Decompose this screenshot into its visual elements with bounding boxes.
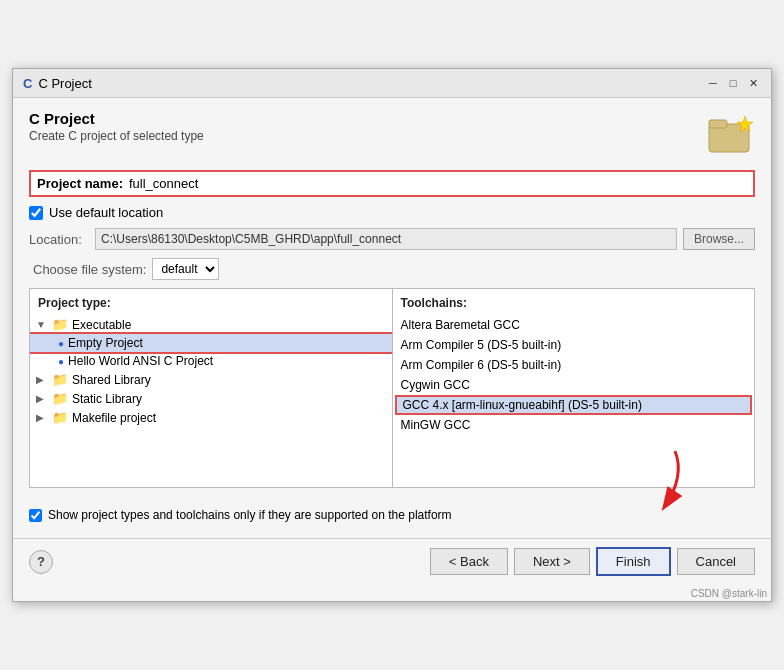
dialog-title: C Project <box>38 76 91 91</box>
filesystem-label: Choose file system: <box>33 262 146 277</box>
empty-project-label: Empty Project <box>68 336 143 350</box>
expand-makefile-icon: ▶ <box>36 412 48 423</box>
toolchain-item-cygwin[interactable]: Cygwin GCC <box>393 375 755 395</box>
use-default-location-checkbox[interactable] <box>29 206 43 220</box>
tree-item-shared-library[interactable]: ▶ 📁 Shared Library <box>30 370 392 389</box>
toolchain-item-altera[interactable]: Altera Baremetal GCC <box>393 315 755 335</box>
location-label: Location: <box>29 232 89 247</box>
folder-makefile-icon: 📁 <box>52 410 68 425</box>
toolchain-item-arm6[interactable]: Arm Compiler 6 (DS-5 built-in) <box>393 355 755 375</box>
help-button[interactable]: ? <box>29 550 53 574</box>
dialog-header: C Project Create C project of selected t… <box>29 110 755 158</box>
toolchain-arm6-label: Arm Compiler 6 (DS-5 built-in) <box>401 358 562 372</box>
makefile-project-label: Makefile project <box>72 411 156 425</box>
title-bar: C C Project ─ □ ✕ <box>13 69 771 98</box>
bullet-hello-world-icon: ● <box>58 356 64 367</box>
next-button[interactable]: Next > <box>514 548 590 575</box>
project-type-header: Project type: <box>30 293 392 315</box>
location-input[interactable] <box>95 228 677 250</box>
filesystem-row: Choose file system: default <box>29 258 755 280</box>
toolchain-gcc4-label: GCC 4.x [arm-linux-gnueabihf] (DS-5 buil… <box>403 398 642 412</box>
project-toolchain-panel: Project type: ▼ 📁 Executable ● Empty Pro… <box>29 288 755 488</box>
browse-button[interactable]: Browse... <box>683 228 755 250</box>
dialog-icon: C <box>23 76 32 91</box>
dialog-subtitle: Create C project of selected type <box>29 129 204 143</box>
c-project-dialog: C C Project ─ □ ✕ C Project Create C pro… <box>12 68 772 602</box>
title-bar-controls: ─ □ ✕ <box>705 75 761 91</box>
use-default-location-label: Use default location <box>49 205 163 220</box>
dialog-title-text: C Project <box>29 110 204 127</box>
project-type-panel: Project type: ▼ 📁 Executable ● Empty Pro… <box>30 289 393 487</box>
watermark: CSDN @stark-lin <box>13 586 771 601</box>
toolchains-header: Toolchains: <box>393 293 755 315</box>
expand-static-library-icon: ▶ <box>36 393 48 404</box>
folder-executable-icon: 📁 <box>52 317 68 332</box>
project-name-label: Project name: <box>37 176 123 191</box>
title-bar-left: C C Project <box>23 76 92 91</box>
folder-shared-library-icon: 📁 <box>52 372 68 387</box>
bottom-checkbox-row: Show project types and toolchains only i… <box>29 504 755 526</box>
tree-item-hello-world[interactable]: ● Hello World ANSI C Project <box>30 352 392 370</box>
shared-library-label: Shared Library <box>72 373 151 387</box>
toolchain-item-mingw[interactable]: MinGW GCC <box>393 415 755 435</box>
tree-item-makefile-project[interactable]: ▶ 📁 Makefile project <box>30 408 392 427</box>
bullet-empty-project-icon: ● <box>58 338 64 349</box>
button-bar: ? < Back Next > Finish Cancel <box>13 538 771 586</box>
toolchain-item-gcc4[interactable]: GCC 4.x [arm-linux-gnueabihf] (DS-5 buil… <box>395 395 753 415</box>
toolchain-mingw-label: MinGW GCC <box>401 418 471 432</box>
dialog-header-text: C Project Create C project of selected t… <box>29 110 204 143</box>
minimize-button[interactable]: ─ <box>705 75 721 91</box>
folder-star-svg <box>707 110 755 158</box>
use-default-location-row: Use default location <box>29 205 755 220</box>
back-button[interactable]: < Back <box>430 548 508 575</box>
expand-executable-icon: ▼ <box>36 319 48 330</box>
header-icon <box>707 110 755 158</box>
supported-platforms-label: Show project types and toolchains only i… <box>48 508 452 522</box>
close-button[interactable]: ✕ <box>745 75 761 91</box>
svg-rect-1 <box>709 120 727 128</box>
executable-label: Executable <box>72 318 131 332</box>
tree-item-empty-project[interactable]: ● Empty Project <box>30 334 392 352</box>
filesystem-select[interactable]: default <box>152 258 219 280</box>
toolchain-cygwin-label: Cygwin GCC <box>401 378 470 392</box>
cancel-button[interactable]: Cancel <box>677 548 755 575</box>
toolchain-item-arm5[interactable]: Arm Compiler 5 (DS-5 built-in) <box>393 335 755 355</box>
toolchains-panel: Toolchains: Altera Baremetal GCC Arm Com… <box>393 289 755 487</box>
static-library-label: Static Library <box>72 392 142 406</box>
hello-world-label: Hello World ANSI C Project <box>68 354 213 368</box>
supported-platforms-checkbox[interactable] <box>29 509 42 522</box>
location-row: Location: Browse... <box>29 228 755 250</box>
folder-static-library-icon: 📁 <box>52 391 68 406</box>
nav-buttons: < Back Next > Finish Cancel <box>430 547 755 576</box>
toolchain-altera-label: Altera Baremetal GCC <box>401 318 520 332</box>
tree-item-executable[interactable]: ▼ 📁 Executable <box>30 315 392 334</box>
project-name-row: Project name: <box>29 170 755 197</box>
expand-shared-library-icon: ▶ <box>36 374 48 385</box>
toolchain-arm5-label: Arm Compiler 5 (DS-5 built-in) <box>401 338 562 352</box>
dialog-content: C Project Create C project of selected t… <box>13 98 771 538</box>
project-name-input[interactable] <box>129 176 747 191</box>
finish-button[interactable]: Finish <box>596 547 671 576</box>
maximize-button[interactable]: □ <box>725 75 741 91</box>
tree-item-static-library[interactable]: ▶ 📁 Static Library <box>30 389 392 408</box>
